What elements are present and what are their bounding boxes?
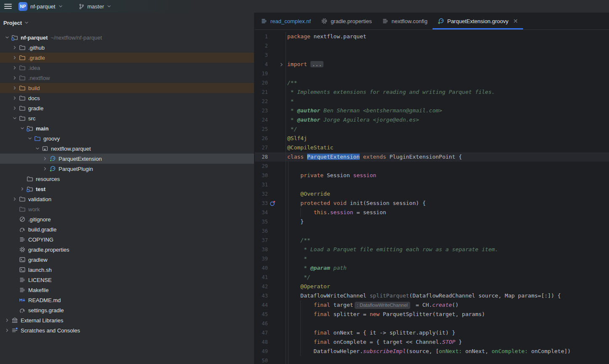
tree-item-gradle-properties[interactable]: gradle.properties [0, 244, 254, 255]
code-line-31[interactable]: 31 [255, 180, 609, 189]
tree-item-gradle[interactable]: gradle [0, 103, 254, 113]
tree-item-test[interactable]: test [0, 184, 254, 194]
code-line-35[interactable]: 35 } [255, 217, 609, 226]
tree-item-build[interactable]: build [0, 83, 254, 93]
chevron-down-icon[interactable] [11, 116, 19, 121]
tree-item-nf-parquet[interactable]: nf-parquet~/nextflow/nf-parquet [0, 32, 254, 43]
code-line-33[interactable]: 33 protected void init(Session session) … [255, 199, 609, 208]
tab-read-complex-nf[interactable]: read_complex.nf [256, 13, 316, 29]
tree-item--idea[interactable]: .idea [0, 63, 254, 73]
code-line-37[interactable]: 37 /** [255, 236, 609, 245]
code-line-42[interactable]: 42 @Operator [255, 282, 609, 291]
code-line-27[interactable]: 27@CompileStatic [255, 143, 609, 152]
code-line-4[interactable]: 4import ... [255, 60, 609, 69]
code-line-41[interactable]: 41 */ [255, 273, 609, 282]
chevron-right-icon[interactable] [11, 45, 19, 50]
chevron-right-icon[interactable] [11, 55, 19, 60]
tree-item-settings-gradle[interactable]: settings.gradle [0, 305, 254, 315]
code-line-20[interactable]: 20/** [255, 78, 609, 88]
tree-item--gitignore[interactable]: .gitignore [0, 214, 254, 224]
code-line-24[interactable]: 24 * @author Jorge Aguilera <jorge@edn.e… [255, 115, 609, 125]
tree-item-launch-sh[interactable]: launch.sh [0, 265, 254, 275]
tree-item-src[interactable]: src [0, 113, 254, 123]
code-line-32[interactable]: 32 @Override [255, 189, 609, 199]
code-line-48[interactable]: 48 final onComplete = { target << Channe… [255, 337, 609, 347]
chevron-right-icon[interactable] [11, 65, 19, 70]
tree-item-nextflow-parquet[interactable]: nextflow.parquet [0, 143, 254, 154]
tree-item-readme-md[interactable]: README.md [0, 295, 254, 305]
chevron-right-icon[interactable] [11, 96, 19, 101]
close-tab-icon[interactable]: ✕ [513, 18, 518, 24]
code-line-23[interactable]: 23 * @author Ben Sherman <bentshermann@g… [255, 106, 609, 115]
chevron-right-icon[interactable] [19, 186, 26, 191]
code-line-26[interactable]: 26@Slf4j [255, 134, 609, 143]
code-line-34[interactable]: 34 this.session = session [255, 208, 609, 217]
fold-region-icon[interactable] [279, 62, 284, 67]
tree-item-makefile[interactable]: Makefile [0, 285, 254, 295]
tab-parquetextension-groovy[interactable]: ParquetExtension.groovy✕ [433, 13, 523, 29]
code-line-39[interactable]: 39 * [255, 254, 609, 263]
tree-item-build-gradle[interactable]: build.gradle [0, 224, 254, 234]
code-line-44[interactable]: 44 final target: DataflowWriteChannel = … [255, 300, 609, 310]
chevron-down-icon[interactable] [19, 126, 26, 131]
chevron-right-icon[interactable] [41, 166, 49, 171]
code-line-1[interactable]: 1package nextflow.parquet [255, 32, 609, 41]
code-line-45[interactable]: 45 final splitter = new ParquetSplitter(… [255, 310, 609, 319]
tree-item-parquetplugin[interactable]: ParquetPlugin [0, 164, 254, 174]
project-panel-header[interactable]: Project [0, 13, 254, 28]
tree-item-validation[interactable]: validation [0, 194, 254, 204]
tree-item--gradle[interactable]: .gradle [0, 53, 254, 63]
tree-item-scratches-and-consoles[interactable]: Scratches and Consoles [0, 325, 254, 335]
code-line-2[interactable]: 2 [255, 41, 609, 50]
code-line-49[interactable]: 49 DataflowHelper.subscribeImpl(source, … [255, 347, 609, 356]
code-line-36[interactable]: 36 [255, 226, 609, 236]
code-line-50[interactable]: 50 [255, 356, 609, 364]
chevron-right-icon[interactable] [41, 156, 49, 161]
code-line-21[interactable]: 21 * Implements extensions for reading a… [255, 88, 609, 97]
chevron-down-icon[interactable] [34, 146, 41, 151]
chevron-down-icon[interactable] [3, 35, 11, 40]
code-line-29[interactable]: 29 [255, 162, 609, 171]
code-line-19[interactable]: 19 [255, 69, 609, 78]
main-menu-icon[interactable] [4, 4, 12, 9]
code-editor[interactable]: 1package nextflow.parquet234import ...19… [255, 30, 609, 364]
chevron-right-icon[interactable] [11, 85, 19, 90]
code-line-30[interactable]: 30 private Session session [255, 171, 609, 180]
code-line-22[interactable]: 22 * [255, 97, 609, 106]
chevron-down-icon[interactable] [26, 136, 34, 141]
overriding-method-icon[interactable] [270, 200, 276, 207]
chevron-right-icon[interactable] [3, 318, 11, 323]
tab-nextflow-config[interactable]: nextflow.config [377, 13, 433, 29]
fold-slot [277, 319, 286, 328]
code-line-25[interactable]: 25 */ [255, 125, 609, 134]
chevron-right-icon[interactable] [11, 106, 19, 111]
gclass-icon [49, 155, 56, 162]
tree-item-main[interactable]: main [0, 123, 254, 133]
tree-item--nextflow[interactable]: .nextflow [0, 73, 254, 83]
code-line-46[interactable]: 46 [255, 319, 609, 328]
folded-imports[interactable]: ... [310, 61, 323, 67]
tree-item-resources[interactable]: resources [0, 174, 254, 184]
folder-root-icon [11, 34, 18, 41]
project-widget[interactable]: NP nf-parquet [19, 2, 63, 11]
tree-item-work[interactable]: work [0, 204, 254, 214]
tree-item-gradlew[interactable]: gradlew [0, 255, 254, 265]
chevron-right-icon[interactable] [3, 328, 11, 333]
code-line-43[interactable]: 43 DataflowWriteChannel splitParquet(Dat… [255, 291, 609, 300]
tab-gradle-properties[interactable]: gradle.properties [316, 13, 377, 29]
tree-item-external-libraries[interactable]: External Libraries [0, 315, 254, 325]
tree-item-parquetextension[interactable]: ParquetExtension [0, 154, 254, 164]
code-line-28[interactable]: 28class ParquetExtension extends PluginE… [255, 152, 609, 162]
chevron-right-icon[interactable] [11, 197, 19, 202]
chevron-right-icon[interactable] [11, 75, 19, 80]
tree-item-docs[interactable]: docs [0, 93, 254, 103]
vcs-branch-widget[interactable]: master [78, 3, 112, 10]
code-line-38[interactable]: 38 * Load a Parquet file emitting each r… [255, 245, 609, 254]
tree-item-copying[interactable]: COPYING [0, 234, 254, 244]
code-line-40[interactable]: 40 * @param path [255, 263, 609, 273]
code-line-47[interactable]: 47 final onNext = { it -> splitter.apply… [255, 328, 609, 337]
code-line-3[interactable]: 3 [255, 50, 609, 60]
tree-item--github[interactable]: .github [0, 43, 254, 53]
tree-item-groovy[interactable]: groovy [0, 133, 254, 143]
tree-item-license[interactable]: LICENSE [0, 275, 254, 285]
